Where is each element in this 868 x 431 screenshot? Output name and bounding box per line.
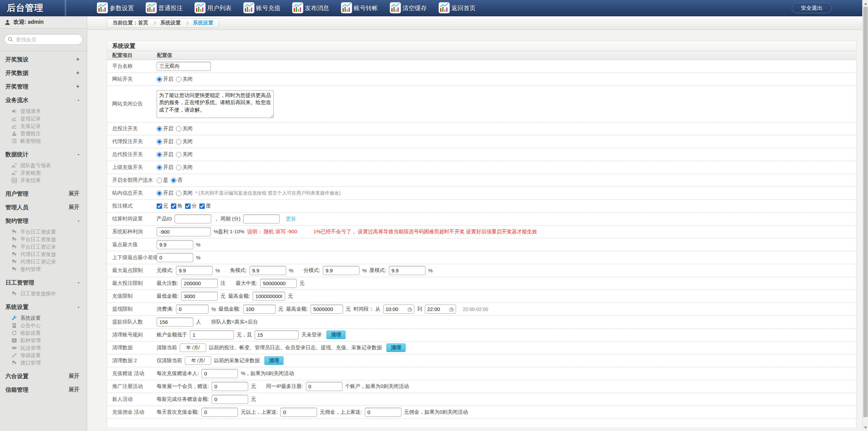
- sidebar-group-数据统计[interactable]: 数据统计-: [0, 148, 87, 161]
- scroll-up-arrow[interactable]: [863, 1, 868, 6]
- sidebar-item-普通投注[interactable]: 普通投注: [0, 130, 87, 137]
- config-text-input[interactable]: [306, 382, 342, 391]
- config-text-input[interactable]: [253, 292, 285, 301]
- sidebar-group-indicator[interactable]: 展开: [68, 373, 79, 380]
- config-text-input[interactable]: [243, 214, 280, 223]
- sidebar-item-提现请求[interactable]: 提现请求: [0, 107, 87, 115]
- radio-option[interactable]: 开启: [157, 190, 173, 196]
- config-text-input[interactable]: [175, 214, 211, 223]
- sidebar-item-日工资发放操作[interactable]: 日工资发放操作: [0, 290, 87, 297]
- search-input[interactable]: [4, 34, 83, 45]
- logout-button[interactable]: 安全退出: [792, 3, 832, 13]
- radio-option[interactable]: 关闭: [176, 190, 193, 196]
- checkbox-option[interactable]: 分: [185, 203, 197, 209]
- scrollbar-thumb[interactable]: [863, 7, 868, 417]
- config-text-input[interactable]: [181, 279, 218, 288]
- config-text-input[interactable]: [323, 266, 359, 275]
- checkbox-option[interactable]: 厘: [199, 203, 211, 209]
- sidebar-group-契约管理[interactable]: 契约管理-: [0, 214, 87, 228]
- radio-input[interactable]: [176, 126, 181, 132]
- sidebar-group-系统设置[interactable]: 系统设置-: [0, 300, 87, 314]
- nav-item-账号充值[interactable]: 账号充值: [243, 2, 292, 15]
- sidebar-item-充值记录[interactable]: 充值记录: [0, 122, 87, 130]
- clean-button[interactable]: 清理: [387, 344, 406, 352]
- radio-option[interactable]: 关闭: [176, 151, 193, 158]
- config-text-input[interactable]: [389, 266, 426, 275]
- sidebar-group-业务流水[interactable]: 业务流水-: [0, 93, 87, 107]
- radio-option[interactable]: 是: [157, 177, 168, 183]
- config-text-input[interactable]: [243, 305, 276, 314]
- date-input[interactable]: 年 /月/: [180, 344, 206, 352]
- config-text-input[interactable]: [190, 330, 234, 339]
- time-input[interactable]: 22:00◷: [425, 305, 456, 314]
- sidebar-item-团队盈亏报表[interactable]: 团队盈亏报表: [0, 162, 87, 169]
- config-text-input[interactable]: [212, 395, 248, 404]
- sidebar-item-彩种管理[interactable]: 彩种管理: [0, 337, 87, 344]
- scroll-down-arrow[interactable]: [863, 425, 868, 430]
- radio-option[interactable]: 开启: [157, 164, 173, 171]
- nav-item-清空缓存[interactable]: 清空缓存: [390, 2, 438, 15]
- radio-option[interactable]: 开启: [157, 138, 173, 145]
- config-text-input[interactable]: [250, 266, 286, 275]
- sidebar-group-用户管理[interactable]: 用户管理展开: [0, 187, 87, 200]
- config-text-input[interactable]: [365, 408, 401, 417]
- sidebar-item-公告中心[interactable]: 公告中心: [0, 322, 87, 329]
- sidebar-group-indicator[interactable]: 展开: [68, 190, 79, 197]
- sidebar-item-提现记录[interactable]: 提现记录: [0, 115, 87, 122]
- sidebar-item-代理日工资发放[interactable]: 代理日工资发放: [0, 251, 87, 258]
- radio-option[interactable]: 关闭: [176, 138, 193, 145]
- sidebar-group-开奖管理[interactable]: 开奖管理+: [0, 80, 87, 93]
- sidebar-item-代理日工资记录[interactable]: 代理日工资记录: [0, 258, 87, 266]
- sidebar-group-indicator[interactable]: -: [78, 279, 79, 286]
- checkbox-input[interactable]: [185, 203, 191, 209]
- radio-input[interactable]: [157, 165, 162, 170]
- sidebar-item-平台日工资记录[interactable]: 平台日工资记录: [0, 243, 87, 251]
- radio-option[interactable]: 关闭: [176, 164, 193, 171]
- checkbox-input[interactable]: [199, 203, 205, 209]
- checkbox-option[interactable]: 角: [171, 203, 182, 209]
- radio-option[interactable]: 关闭: [176, 125, 193, 132]
- radio-input[interactable]: [176, 77, 181, 82]
- config-text-input[interactable]: [157, 240, 193, 249]
- clean-button[interactable]: 清理: [264, 356, 283, 365]
- radio-option[interactable]: 关闭: [176, 76, 193, 82]
- sidebar-group-indicator[interactable]: +: [76, 56, 79, 62]
- radio-input[interactable]: [157, 191, 162, 196]
- radio-option[interactable]: 否: [171, 177, 182, 183]
- radio-input[interactable]: [157, 178, 162, 183]
- sidebar-group-开奖数据[interactable]: 开奖数据+: [0, 66, 87, 80]
- radio-input[interactable]: [171, 178, 176, 183]
- radio-input[interactable]: [176, 165, 181, 170]
- config-text-input[interactable]: [212, 382, 248, 391]
- sidebar-group-indicator[interactable]: -: [78, 304, 79, 310]
- sidebar-group-indicator[interactable]: 展开: [68, 386, 79, 393]
- config-text-input[interactable]: [176, 305, 209, 314]
- radio-input[interactable]: [157, 77, 162, 82]
- radio-input[interactable]: [157, 152, 162, 157]
- sidebar-item-签约管理[interactable]: 签约管理: [0, 266, 87, 273]
- nav-item-返回首页[interactable]: 返回首页: [438, 2, 487, 15]
- nav-item-普通投注[interactable]: 普通投注: [145, 2, 194, 15]
- sidebar-group-日工资管理[interactable]: 日工资管理-: [0, 276, 87, 289]
- sidebar-group-开奖预设[interactable]: 开奖预设+: [0, 53, 87, 66]
- radio-input[interactable]: [176, 139, 181, 144]
- sidebar-group-indicator[interactable]: +: [76, 70, 79, 76]
- nav-item-账号转帐[interactable]: 账号转帐: [341, 2, 390, 15]
- nav-item-参数设置[interactable]: 参数设置: [97, 2, 145, 15]
- config-text-input[interactable]: [181, 292, 218, 301]
- sidebar-group-indicator[interactable]: -: [78, 151, 79, 157]
- radio-option[interactable]: 开启: [157, 76, 173, 82]
- breadcrumb-item[interactable]: 系统设置: [160, 20, 181, 26]
- time-input[interactable]: 10:00◷: [383, 305, 414, 314]
- sidebar-group-indicator[interactable]: 展开: [68, 204, 79, 211]
- sidebar-item-玩法管理[interactable]: 玩法管理: [0, 344, 87, 352]
- config-text-input[interactable]: [201, 369, 238, 378]
- config-text-input[interactable]: [157, 62, 211, 71]
- announcement-textarea[interactable]: [157, 90, 274, 118]
- sidebar-item-平台日工资发放[interactable]: 平台日工资发放: [0, 236, 87, 243]
- sidebar-item-系统设置[interactable]: 系统设置: [0, 314, 87, 322]
- sidebar-item-帐变明细[interactable]: 帐变明细: [0, 137, 87, 145]
- sidebar-group-indicator[interactable]: +: [76, 83, 79, 90]
- sidebar-item-开奖检测[interactable]: 开奖检测: [0, 169, 87, 177]
- radio-option[interactable]: 开启: [157, 151, 173, 158]
